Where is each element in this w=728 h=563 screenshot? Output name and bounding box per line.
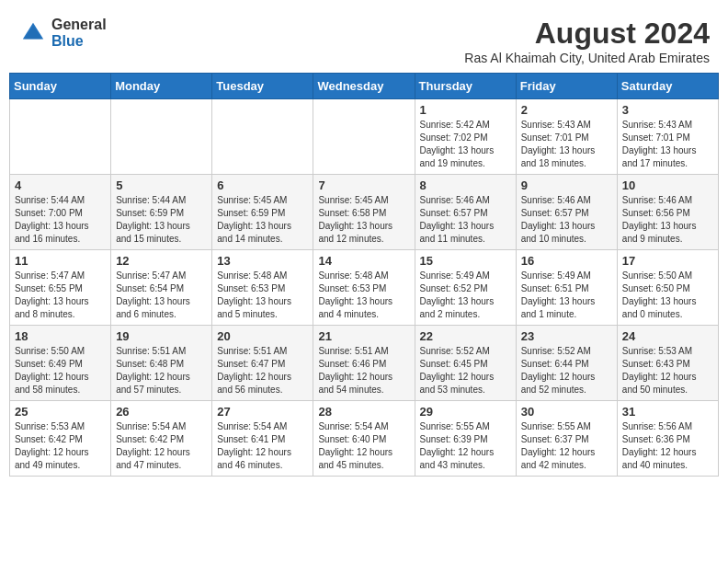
calendar-cell: 24Sunrise: 5:53 AM Sunset: 6:43 PM Dayli… [617, 326, 718, 401]
cell-info-text: Sunrise: 5:50 AM Sunset: 6:50 PM Dayligh… [622, 270, 713, 321]
calendar-cell: 7Sunrise: 5:45 AM Sunset: 6:58 PM Daylig… [313, 175, 415, 250]
cell-date-number: 29 [420, 405, 511, 419]
calendar-cell [313, 99, 415, 175]
logo-general-text: General [51, 17, 107, 33]
logo-blue-text: Blue [51, 33, 107, 50]
calendar-cell [212, 99, 313, 175]
calendar-table: SundayMondayTuesdayWednesdayThursdayFrid… [9, 73, 719, 477]
calendar-cell: 12Sunrise: 5:47 AM Sunset: 6:54 PM Dayli… [111, 250, 212, 326]
calendar-cell: 20Sunrise: 5:51 AM Sunset: 6:47 PM Dayli… [212, 326, 313, 401]
cell-date-number: 28 [318, 405, 409, 419]
calendar-week-5: 25Sunrise: 5:53 AM Sunset: 6:42 PM Dayli… [10, 401, 719, 477]
cell-date-number: 11 [15, 254, 106, 268]
calendar-cell: 18Sunrise: 5:50 AM Sunset: 6:49 PM Dayli… [10, 326, 111, 401]
calendar-cell: 9Sunrise: 5:46 AM Sunset: 6:57 PM Daylig… [516, 175, 617, 250]
calendar-header: SundayMondayTuesdayWednesdayThursdayFrid… [10, 74, 719, 99]
page-header: General Blue August 2024 Ras Al Khaimah … [9, 9, 719, 69]
cell-date-number: 20 [217, 329, 308, 343]
calendar-cell: 1Sunrise: 5:42 AM Sunset: 7:02 PM Daylig… [415, 99, 516, 175]
cell-info-text: Sunrise: 5:47 AM Sunset: 6:55 PM Dayligh… [15, 270, 106, 321]
calendar-cell: 26Sunrise: 5:54 AM Sunset: 6:42 PM Dayli… [111, 401, 212, 477]
cell-info-text: Sunrise: 5:47 AM Sunset: 6:54 PM Dayligh… [116, 270, 207, 321]
cell-date-number: 3 [622, 103, 713, 117]
calendar-week-2: 4Sunrise: 5:44 AM Sunset: 7:00 PM Daylig… [10, 175, 719, 250]
cell-info-text: Sunrise: 5:44 AM Sunset: 7:00 PM Dayligh… [15, 194, 106, 246]
cell-date-number: 1 [420, 103, 511, 117]
cell-info-text: Sunrise: 5:52 AM Sunset: 6:45 PM Dayligh… [420, 345, 511, 396]
cell-date-number: 19 [116, 329, 207, 343]
cell-date-number: 27 [217, 405, 308, 419]
calendar-week-1: 1Sunrise: 5:42 AM Sunset: 7:02 PM Daylig… [10, 99, 719, 175]
main-title: August 2024 [464, 17, 710, 51]
calendar-cell: 15Sunrise: 5:49 AM Sunset: 6:52 PM Dayli… [415, 250, 516, 326]
cell-info-text: Sunrise: 5:48 AM Sunset: 6:53 PM Dayligh… [318, 270, 409, 321]
weekday-header-row: SundayMondayTuesdayWednesdayThursdayFrid… [10, 74, 719, 99]
cell-info-text: Sunrise: 5:43 AM Sunset: 7:01 PM Dayligh… [622, 119, 713, 170]
calendar-week-3: 11Sunrise: 5:47 AM Sunset: 6:55 PM Dayli… [10, 250, 719, 326]
calendar-cell: 13Sunrise: 5:48 AM Sunset: 6:53 PM Dayli… [212, 250, 313, 326]
calendar-cell: 14Sunrise: 5:48 AM Sunset: 6:53 PM Dayli… [313, 250, 415, 326]
cell-info-text: Sunrise: 5:48 AM Sunset: 6:53 PM Dayligh… [217, 270, 308, 321]
calendar-cell: 4Sunrise: 5:44 AM Sunset: 7:00 PM Daylig… [10, 175, 111, 250]
cell-info-text: Sunrise: 5:45 AM Sunset: 6:58 PM Dayligh… [318, 194, 409, 246]
calendar-cell: 29Sunrise: 5:55 AM Sunset: 6:39 PM Dayli… [415, 401, 516, 477]
calendar-cell: 19Sunrise: 5:51 AM Sunset: 6:48 PM Dayli… [111, 326, 212, 401]
cell-info-text: Sunrise: 5:44 AM Sunset: 6:59 PM Dayligh… [116, 194, 207, 246]
cell-info-text: Sunrise: 5:51 AM Sunset: 6:47 PM Dayligh… [217, 345, 308, 396]
logo: General Blue [18, 17, 107, 49]
cell-info-text: Sunrise: 5:49 AM Sunset: 6:52 PM Dayligh… [420, 270, 511, 321]
cell-info-text: Sunrise: 5:46 AM Sunset: 6:57 PM Dayligh… [521, 194, 612, 246]
cell-date-number: 30 [521, 405, 612, 419]
cell-info-text: Sunrise: 5:54 AM Sunset: 6:41 PM Dayligh… [217, 420, 308, 472]
cell-date-number: 31 [622, 405, 713, 419]
cell-date-number: 22 [420, 329, 511, 343]
cell-info-text: Sunrise: 5:50 AM Sunset: 6:49 PM Dayligh… [15, 345, 106, 396]
weekday-wednesday: Wednesday [313, 74, 415, 99]
cell-info-text: Sunrise: 5:54 AM Sunset: 6:42 PM Dayligh… [116, 420, 207, 472]
cell-info-text: Sunrise: 5:51 AM Sunset: 6:46 PM Dayligh… [318, 345, 409, 396]
cell-date-number: 26 [116, 405, 207, 419]
calendar-cell: 11Sunrise: 5:47 AM Sunset: 6:55 PM Dayli… [10, 250, 111, 326]
cell-date-number: 17 [622, 254, 713, 268]
calendar-cell: 25Sunrise: 5:53 AM Sunset: 6:42 PM Dayli… [10, 401, 111, 477]
cell-date-number: 25 [15, 405, 106, 419]
cell-info-text: Sunrise: 5:43 AM Sunset: 7:01 PM Dayligh… [521, 119, 612, 170]
cell-info-text: Sunrise: 5:49 AM Sunset: 6:51 PM Dayligh… [521, 270, 612, 321]
weekday-saturday: Saturday [617, 74, 718, 99]
cell-date-number: 12 [116, 254, 207, 268]
cell-date-number: 18 [15, 329, 106, 343]
calendar-body: 1Sunrise: 5:42 AM Sunset: 7:02 PM Daylig… [10, 99, 719, 477]
cell-date-number: 2 [521, 103, 612, 117]
cell-date-number: 9 [521, 178, 612, 192]
cell-date-number: 7 [318, 178, 409, 192]
weekday-tuesday: Tuesday [212, 74, 313, 99]
weekday-sunday: Sunday [10, 74, 111, 99]
cell-date-number: 23 [521, 329, 612, 343]
calendar-week-4: 18Sunrise: 5:50 AM Sunset: 6:49 PM Dayli… [10, 326, 719, 401]
calendar-cell: 30Sunrise: 5:55 AM Sunset: 6:37 PM Dayli… [516, 401, 617, 477]
calendar-cell: 8Sunrise: 5:46 AM Sunset: 6:57 PM Daylig… [415, 175, 516, 250]
weekday-friday: Friday [516, 74, 617, 99]
calendar-cell: 17Sunrise: 5:50 AM Sunset: 6:50 PM Dayli… [617, 250, 718, 326]
calendar-cell: 5Sunrise: 5:44 AM Sunset: 6:59 PM Daylig… [111, 175, 212, 250]
cell-info-text: Sunrise: 5:42 AM Sunset: 7:02 PM Dayligh… [420, 119, 511, 170]
calendar-cell: 22Sunrise: 5:52 AM Sunset: 6:45 PM Dayli… [415, 326, 516, 401]
calendar-cell: 23Sunrise: 5:52 AM Sunset: 6:44 PM Dayli… [516, 326, 617, 401]
calendar-cell [111, 99, 212, 175]
cell-date-number: 10 [622, 178, 713, 192]
subtitle: Ras Al Khaimah City, United Arab Emirate… [464, 51, 710, 65]
cell-date-number: 13 [217, 254, 308, 268]
cell-info-text: Sunrise: 5:55 AM Sunset: 6:37 PM Dayligh… [521, 420, 612, 472]
calendar-cell: 27Sunrise: 5:54 AM Sunset: 6:41 PM Dayli… [212, 401, 313, 477]
cell-date-number: 16 [521, 254, 612, 268]
svg-marker-1 [24, 26, 41, 39]
calendar-cell: 31Sunrise: 5:56 AM Sunset: 6:36 PM Dayli… [617, 401, 718, 477]
logo-icon [18, 18, 48, 48]
cell-date-number: 6 [217, 178, 308, 192]
cell-date-number: 5 [116, 178, 207, 192]
cell-date-number: 14 [318, 254, 409, 268]
cell-date-number: 4 [15, 178, 106, 192]
cell-date-number: 8 [420, 178, 511, 192]
cell-info-text: Sunrise: 5:45 AM Sunset: 6:59 PM Dayligh… [217, 194, 308, 246]
cell-info-text: Sunrise: 5:53 AM Sunset: 6:42 PM Dayligh… [15, 420, 106, 472]
